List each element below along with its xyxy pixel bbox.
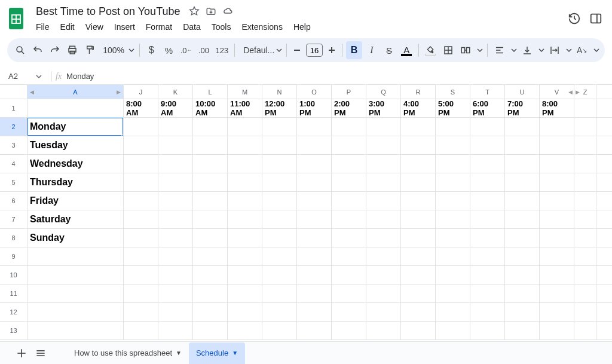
cell[interactable]: Tuesday bbox=[27, 136, 124, 154]
col-header[interactable]: N bbox=[262, 85, 297, 99]
col-header[interactable]: U bbox=[505, 85, 540, 99]
menu-tools[interactable]: Tools bbox=[207, 21, 236, 33]
font-size-input[interactable] bbox=[306, 44, 323, 57]
print-icon[interactable] bbox=[65, 41, 81, 59]
chevron-down-icon[interactable] bbox=[30, 74, 48, 79]
percent-icon[interactable]: % bbox=[161, 41, 177, 59]
add-sheet-icon[interactable] bbox=[12, 344, 31, 363]
selection-handle[interactable] bbox=[121, 134, 124, 136]
cell[interactable]: 8:00 AM bbox=[124, 99, 158, 117]
star-icon[interactable] bbox=[189, 6, 200, 17]
text-rotation-icon[interactable]: A↘ bbox=[574, 41, 590, 59]
col-header[interactable]: L bbox=[193, 85, 228, 99]
col-header[interactable]: P bbox=[332, 85, 366, 99]
row-header[interactable]: 12 bbox=[0, 303, 27, 321]
row-header[interactable]: 6 bbox=[0, 192, 27, 210]
col-header[interactable]: V ◀ bbox=[540, 85, 574, 99]
zoom-value[interactable]: 100% bbox=[99, 45, 126, 55]
cloud-icon[interactable] bbox=[222, 6, 233, 17]
chevron-down-icon[interactable] bbox=[128, 46, 136, 54]
row-header[interactable]: 8 bbox=[0, 229, 27, 247]
cell[interactable]: 10:00 AM bbox=[193, 99, 228, 117]
cell[interactable] bbox=[574, 99, 596, 117]
menu-edit[interactable]: Edit bbox=[56, 21, 79, 33]
decrease-font-icon[interactable] bbox=[290, 44, 304, 57]
cell[interactable]: 7:00 PM bbox=[505, 99, 540, 117]
strikethrough-icon[interactable]: S bbox=[381, 41, 397, 59]
cell-selected[interactable]: Monday bbox=[27, 118, 124, 136]
row-header[interactable]: 9 bbox=[0, 247, 27, 265]
bold-icon[interactable]: B bbox=[346, 41, 362, 59]
cell[interactable]: 1:00 PM bbox=[297, 99, 332, 117]
cell[interactable]: 3:00 PM bbox=[366, 99, 401, 117]
text-color-icon[interactable]: A bbox=[399, 41, 415, 59]
document-title[interactable]: Best Time to Post on YouTube bbox=[33, 5, 183, 19]
col-header[interactable]: J bbox=[124, 85, 158, 99]
row-header[interactable]: 13 bbox=[0, 322, 27, 339]
name-box[interactable]: A2 bbox=[0, 72, 30, 81]
chevron-down-icon[interactable] bbox=[592, 46, 600, 54]
cell[interactable]: 4:00 PM bbox=[401, 99, 436, 117]
cell[interactable]: Friday bbox=[27, 192, 124, 210]
text-wrap-icon[interactable] bbox=[546, 41, 562, 59]
menu-file[interactable]: File bbox=[33, 21, 54, 33]
menu-insert[interactable]: Insert bbox=[109, 21, 140, 33]
cell[interactable]: Thursday bbox=[27, 173, 124, 191]
undo-icon[interactable] bbox=[29, 41, 45, 59]
sidebar-icon[interactable] bbox=[589, 12, 602, 25]
col-header[interactable]: M bbox=[228, 85, 262, 99]
row-header[interactable]: 2 bbox=[0, 118, 27, 136]
chevron-down-icon[interactable] bbox=[537, 46, 545, 54]
sheet-tab-active[interactable]: Schedule ▼ bbox=[189, 342, 245, 364]
row-header[interactable]: 5 bbox=[0, 173, 27, 191]
col-header[interactable]: O bbox=[297, 85, 332, 99]
cell[interactable] bbox=[27, 99, 124, 117]
row-header[interactable]: 7 bbox=[0, 210, 27, 228]
menu-data[interactable]: Data bbox=[178, 21, 206, 33]
fill-color-icon[interactable] bbox=[423, 41, 439, 59]
row-header[interactable]: 10 bbox=[0, 266, 27, 284]
cell[interactable]: 9:00 AM bbox=[158, 99, 193, 117]
chevron-down-icon[interactable] bbox=[476, 46, 484, 54]
font-family[interactable]: Defaul... bbox=[238, 45, 273, 55]
select-all-corner[interactable] bbox=[0, 85, 27, 99]
col-header[interactable]: S bbox=[436, 85, 470, 99]
row-header[interactable]: 11 bbox=[0, 285, 27, 302]
col-header[interactable]: R bbox=[401, 85, 436, 99]
cell[interactable]: 8:00 PM bbox=[540, 99, 574, 117]
row-header[interactable]: 3 bbox=[0, 136, 27, 154]
vertical-align-icon[interactable] bbox=[519, 41, 535, 59]
formula-value[interactable]: Monday bbox=[66, 72, 94, 81]
cell[interactable]: Sunday bbox=[27, 229, 124, 247]
cell[interactable]: 11:00 AM bbox=[228, 99, 262, 117]
cell[interactable]: 6:00 PM bbox=[470, 99, 505, 117]
redo-icon[interactable] bbox=[47, 41, 63, 59]
increase-font-icon[interactable] bbox=[325, 44, 338, 57]
borders-icon[interactable] bbox=[440, 41, 456, 59]
sheet-tab[interactable]: How to use this spreadsheet ▼ bbox=[67, 342, 189, 364]
col-header[interactable]: ▶ Z bbox=[574, 85, 596, 99]
italic-icon[interactable]: I bbox=[363, 41, 380, 59]
col-header[interactable]: ◀ A ▶ bbox=[27, 85, 124, 99]
col-header[interactable]: Q bbox=[366, 85, 401, 99]
cell[interactable]: 5:00 PM bbox=[436, 99, 470, 117]
cell[interactable]: Saturday bbox=[27, 210, 124, 228]
all-sheets-icon[interactable] bbox=[31, 344, 50, 363]
search-icon[interactable] bbox=[12, 41, 28, 59]
currency-icon[interactable]: $ bbox=[143, 41, 160, 59]
row-header[interactable]: 4 bbox=[0, 155, 27, 173]
menu-extensions[interactable]: Extensions bbox=[237, 21, 287, 33]
chevron-down-icon[interactable] bbox=[565, 46, 573, 54]
increase-decimal-icon[interactable]: .00 bbox=[195, 41, 212, 59]
cell[interactable]: Wednesday bbox=[27, 155, 124, 173]
chevron-down-icon[interactable] bbox=[275, 46, 283, 54]
col-header[interactable]: K bbox=[158, 85, 193, 99]
chevron-down-icon[interactable] bbox=[510, 46, 518, 54]
menu-format[interactable]: Format bbox=[141, 21, 177, 33]
move-icon[interactable] bbox=[206, 6, 216, 17]
col-header[interactable]: T bbox=[470, 85, 505, 99]
history-icon[interactable] bbox=[568, 12, 581, 25]
cell[interactable]: 2:00 PM bbox=[332, 99, 366, 117]
cell[interactable]: 12:00 PM bbox=[262, 99, 297, 117]
sheets-logo[interactable] bbox=[7, 7, 25, 30]
